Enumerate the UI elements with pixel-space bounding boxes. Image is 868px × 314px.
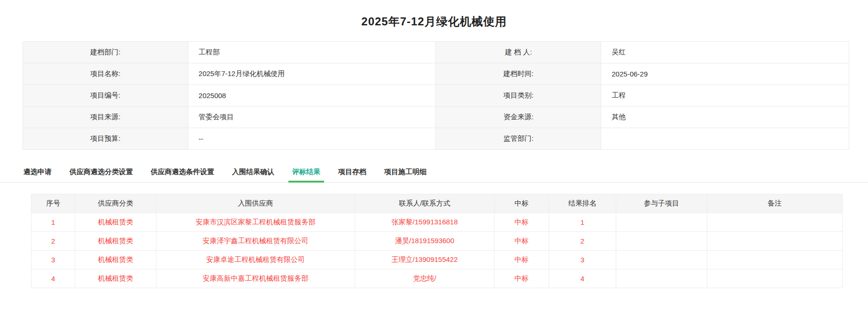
info-value-regulator bbox=[601, 128, 849, 150]
info-label-regulator: 监管部门: bbox=[436, 128, 601, 150]
cell-rank: 2 bbox=[549, 232, 616, 251]
info-label-budget: 项目预算: bbox=[23, 128, 188, 150]
info-value-creator: 吴红 bbox=[601, 42, 849, 63]
cell-category: 机械租赁类 bbox=[75, 269, 156, 288]
info-row: 项目名称: 2025年7-12月绿化机械使用 建档时间: 2025-06-29 bbox=[23, 63, 849, 85]
info-label-source: 项目来源: bbox=[23, 107, 188, 128]
cell-rank: 3 bbox=[549, 251, 616, 269]
info-label-creator: 建 档 人: bbox=[436, 42, 601, 63]
info-value-project-name: 2025年7-12月绿化机械使用 bbox=[188, 63, 436, 85]
cell-win: 中标 bbox=[495, 213, 549, 232]
col-contact: 联系人/联系方式 bbox=[355, 194, 495, 213]
table-row: 2 机械租赁类 安康泽宇鑫工程机械租赁有限公司 潘昊/18191593600 中… bbox=[31, 232, 843, 251]
info-row: 项目预算: -- 监管部门: bbox=[23, 128, 849, 150]
cell-seq: 1 bbox=[31, 213, 75, 232]
info-value-source: 管委会项目 bbox=[188, 107, 436, 128]
cell-subproject bbox=[616, 213, 707, 232]
tab-bar: 遴选申请 供应商遴选分类设置 供应商遴选条件设置 入围结果确认 评标结果 项目存… bbox=[0, 164, 868, 183]
cell-contact: 王理立/13909155422 bbox=[355, 251, 495, 269]
col-rank: 结果排名 bbox=[549, 194, 616, 213]
cell-supplier: 安康卓途工程机械租赁有限公司 bbox=[156, 251, 355, 269]
cell-category: 机械租赁类 bbox=[75, 232, 156, 251]
cell-win: 中标 bbox=[495, 269, 549, 288]
table-row: 1 机械租赁类 安康市汉滨区家黎工程机械租赁服务部 张家黎/1599131681… bbox=[31, 213, 843, 232]
page: 2025年7-12月绿化机械使用 建档部门: 工程部 建 档 人: 吴红 项目名… bbox=[0, 0, 868, 314]
table-row: 3 机械租赁类 安康卓途工程机械租赁有限公司 王理立/13909155422 中… bbox=[31, 251, 843, 269]
col-subproject: 参与子项目 bbox=[616, 194, 707, 213]
info-label-project-no: 项目编号: bbox=[23, 85, 188, 107]
cell-subproject bbox=[616, 269, 707, 288]
cell-remark bbox=[707, 232, 842, 251]
results-table: 序号 供应商分类 入围供应商 联系人/联系方式 中标 结果排名 参与子项目 备注… bbox=[31, 194, 843, 288]
col-supplier-category: 供应商分类 bbox=[75, 194, 156, 213]
cell-contact: 张家黎/15991316818 bbox=[355, 213, 495, 232]
cell-category: 机械租赁类 bbox=[75, 251, 156, 269]
table-row: 4 机械租赁类 安康高新中嘉工程机械租赁服务部 党忠纯/ 中标 4 bbox=[31, 269, 843, 288]
tab-selection-application[interactable]: 遴选申请 bbox=[23, 164, 53, 182]
cell-win: 中标 bbox=[495, 232, 549, 251]
cell-seq: 4 bbox=[31, 269, 75, 288]
cell-seq: 3 bbox=[31, 251, 75, 269]
info-row: 项目来源: 管委会项目 资金来源: 其他 bbox=[23, 107, 849, 128]
info-row: 建档部门: 工程部 建 档 人: 吴红 bbox=[23, 42, 849, 63]
cell-supplier: 安康泽宇鑫工程机械租赁有限公司 bbox=[156, 232, 355, 251]
cell-rank: 1 bbox=[549, 213, 616, 232]
info-value-dept: 工程部 bbox=[188, 42, 436, 63]
info-label-create-time: 建档时间: bbox=[436, 63, 601, 85]
info-value-project-no: 2025008 bbox=[188, 85, 436, 107]
table-header-row: 序号 供应商分类 入围供应商 联系人/联系方式 中标 结果排名 参与子项目 备注 bbox=[31, 194, 843, 213]
cell-supplier: 安康高新中嘉工程机械租赁服务部 bbox=[156, 269, 355, 288]
info-label-category: 项目类别: bbox=[436, 85, 601, 107]
project-info-table: 建档部门: 工程部 建 档 人: 吴红 项目名称: 2025年7-12月绿化机械… bbox=[23, 41, 849, 150]
tab-evaluation-results[interactable]: 评标结果 bbox=[291, 164, 321, 182]
tab-supplier-condition-settings[interactable]: 供应商遴选条件设置 bbox=[150, 164, 215, 182]
info-row: 项目编号: 2025008 项目类别: 工程 bbox=[23, 85, 849, 107]
cell-subproject bbox=[616, 251, 707, 269]
cell-category: 机械租赁类 bbox=[75, 213, 156, 232]
tab-shortlist-confirmation[interactable]: 入围结果确认 bbox=[231, 164, 275, 182]
cell-seq: 2 bbox=[31, 232, 75, 251]
tab-supplier-category-settings[interactable]: 供应商遴选分类设置 bbox=[69, 164, 134, 182]
cell-remark bbox=[707, 251, 842, 269]
col-win: 中标 bbox=[495, 194, 549, 213]
col-seq: 序号 bbox=[31, 194, 75, 213]
cell-remark bbox=[707, 269, 842, 288]
info-value-create-time: 2025-06-29 bbox=[601, 63, 849, 85]
info-label-funding: 资金来源: bbox=[436, 107, 601, 128]
cell-win: 中标 bbox=[495, 251, 549, 269]
cell-remark bbox=[707, 213, 842, 232]
col-remark: 备注 bbox=[707, 194, 842, 213]
tab-construction-details[interactable]: 项目施工明细 bbox=[383, 164, 427, 182]
info-label-project-name: 项目名称: bbox=[23, 63, 188, 85]
cell-contact: 潘昊/18191593600 bbox=[355, 232, 495, 251]
cell-contact: 党忠纯/ bbox=[355, 269, 495, 288]
info-label-dept: 建档部门: bbox=[23, 42, 188, 63]
col-shortlisted-supplier: 入围供应商 bbox=[156, 194, 355, 213]
info-value-funding: 其他 bbox=[601, 107, 849, 128]
page-title: 2025年7-12月绿化机械使用 bbox=[0, 0, 868, 29]
info-value-budget: -- bbox=[188, 128, 436, 150]
tab-project-archive[interactable]: 项目存档 bbox=[337, 164, 367, 182]
cell-rank: 4 bbox=[549, 269, 616, 288]
info-value-category: 工程 bbox=[601, 85, 849, 107]
cell-supplier: 安康市汉滨区家黎工程机械租赁服务部 bbox=[156, 213, 355, 232]
cell-subproject bbox=[616, 232, 707, 251]
